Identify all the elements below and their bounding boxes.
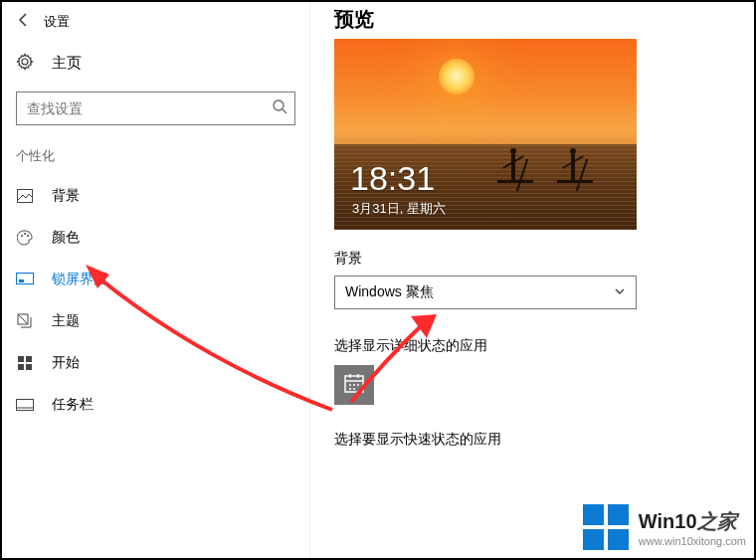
main-pane: 预览 18:31 3月31日, 星期六 背景 Windows 聚焦 选择显示详细… (310, 2, 754, 558)
taskbar-icon (16, 399, 34, 411)
watermark-brand2: 之家 (697, 510, 737, 532)
watermark-brand1: Win10 (639, 510, 697, 532)
svg-line-1 (283, 109, 286, 113)
sidebar-item-label: 颜色 (52, 229, 80, 247)
svg-point-21 (357, 384, 359, 386)
sidebar-item-label: 锁屏界面 (52, 271, 107, 288)
sidebar-item-label: 主题 (52, 312, 80, 330)
gear-icon (16, 53, 34, 74)
dropdown-value: Windows 聚焦 (345, 283, 434, 301)
svg-rect-11 (18, 364, 24, 370)
preview-date: 3月31日, 星期六 (352, 200, 446, 218)
sidebar-item-background[interactable]: 背景 (2, 175, 309, 217)
background-dropdown[interactable]: Windows 聚焦 (334, 276, 637, 309)
preview-time: 18:31 (350, 159, 435, 198)
svg-point-5 (27, 235, 29, 237)
sidebar-item-label: 开始 (52, 354, 80, 372)
back-label: 设置 (44, 13, 70, 31)
svg-point-23 (353, 388, 355, 390)
sidebar-item-start[interactable]: 开始 (2, 342, 309, 384)
start-icon (16, 356, 34, 370)
svg-rect-2 (18, 190, 33, 203)
svg-point-0 (274, 100, 284, 110)
background-label: 背景 (334, 250, 754, 268)
settings-sidebar: 设置 主页 个性化 背景 颜色 (2, 2, 310, 558)
svg-point-19 (349, 384, 351, 386)
search-input[interactable] (16, 92, 295, 125)
section-label: 个性化 (2, 139, 309, 175)
svg-point-3 (21, 235, 23, 237)
sidebar-item-taskbar[interactable]: 任务栏 (2, 384, 309, 426)
calendar-icon (343, 372, 365, 398)
sidebar-item-label: 背景 (52, 187, 80, 205)
svg-rect-10 (26, 356, 32, 362)
lockscreen-preview: 18:31 3月31日, 星期六 (334, 39, 637, 230)
palette-icon (16, 230, 34, 246)
svg-rect-7 (19, 280, 24, 282)
search-wrap (16, 92, 295, 125)
sidebar-item-themes[interactable]: 主题 (2, 300, 309, 342)
themes-icon (16, 313, 34, 329)
page-title: 预览 (334, 6, 754, 33)
svg-point-22 (349, 388, 351, 390)
chevron-down-icon (614, 284, 626, 300)
svg-rect-12 (26, 364, 32, 370)
back-arrow-icon (16, 12, 32, 31)
home-label: 主页 (52, 54, 82, 73)
lockscreen-icon (16, 273, 34, 286)
back-row[interactable]: 设置 (2, 8, 309, 43)
sidebar-item-colors[interactable]: 颜色 (2, 217, 309, 259)
home-row[interactable]: 主页 (2, 43, 309, 84)
watermark-url: www.win10xitong.com (639, 535, 746, 547)
svg-point-20 (353, 384, 355, 386)
search-icon (272, 98, 287, 118)
windows-logo-icon (583, 504, 629, 550)
svg-rect-9 (18, 356, 24, 362)
sidebar-item-lockscreen[interactable]: 锁屏界面 (2, 259, 309, 300)
svg-rect-13 (17, 400, 34, 411)
svg-point-4 (24, 233, 26, 235)
detailed-status-label: 选择显示详细状态的应用 (334, 337, 754, 355)
picture-icon (16, 189, 34, 203)
sidebar-item-label: 任务栏 (52, 396, 94, 414)
detailed-status-app-tile[interactable] (334, 365, 374, 405)
quick-status-label: 选择要显示快速状态的应用 (334, 431, 754, 449)
watermark: Win10之家 www.win10xitong.com (583, 504, 746, 550)
